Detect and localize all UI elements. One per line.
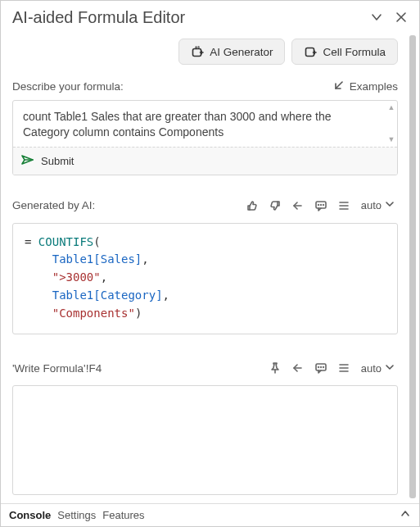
main-scrollbar[interactable] (406, 30, 419, 503)
top-actions: AI Generator Cell Formula (12, 39, 403, 65)
formula-editor-panel: AI-aided Formula Editor AI Generator (0, 0, 420, 527)
svg-line-10 (336, 82, 342, 89)
svg-point-16 (323, 204, 323, 205)
generated-header: Generated by AI: auto (12, 197, 403, 215)
submit-arrow-icon (21, 154, 34, 168)
footer-tabs: Console Settings Features (1, 503, 419, 526)
submit-label: Submit (41, 155, 74, 167)
titlebar: AI-aided Formula Editor (1, 1, 419, 30)
f-close: ) (135, 307, 142, 320)
chevron-down-icon (385, 199, 395, 211)
f-arg4: "Components" (52, 307, 135, 320)
describe-row: Describe your formula: Examples (12, 80, 403, 93)
describe-text: count Table1 Sales that are greater than… (23, 109, 387, 140)
svg-point-4 (198, 47, 199, 48)
footer-collapse-button[interactable] (400, 508, 411, 522)
tab-settings[interactable]: Settings (57, 509, 96, 521)
target-format-button[interactable] (335, 359, 353, 377)
tab-features[interactable]: Features (102, 509, 144, 521)
describe-box: count Table1 Sales that are greater than… (12, 100, 398, 175)
svg-point-14 (318, 204, 318, 205)
f-c3: , (163, 288, 169, 302)
describe-label: Describe your formula: (12, 80, 333, 93)
add-ai-icon (191, 45, 204, 58)
tab-console[interactable]: Console (9, 509, 51, 521)
thumbs-down-button[interactable] (266, 197, 284, 215)
target-header: 'Write Formula'!F4 auto (12, 359, 403, 377)
chevron-down-icon (385, 362, 395, 375)
close-button[interactable] (391, 7, 411, 27)
f-arg2: ">3000" (52, 270, 101, 284)
panel-body: AI Generator Cell Formula Describe your … (1, 30, 419, 503)
target-formula-input[interactable] (12, 385, 398, 495)
ai-generator-button[interactable]: AI Generator (178, 39, 285, 65)
svg-point-25 (323, 367, 323, 368)
undo-button[interactable] (289, 197, 307, 215)
target-undo-button[interactable] (289, 359, 307, 377)
comment-button[interactable] (312, 197, 330, 215)
add-cell-icon (304, 45, 317, 58)
generated-lang-select[interactable]: auto (358, 199, 398, 211)
thumbs-up-button[interactable] (243, 197, 261, 215)
generated-code[interactable]: = COUNTIFS( Table1[Sales], ">3000", Tabl… (12, 223, 398, 334)
f-c1: , (142, 252, 148, 266)
target-label: 'Write Formula'!F4 (12, 362, 261, 375)
scrollbar-thumb[interactable] (409, 35, 416, 498)
format-button[interactable] (335, 197, 353, 215)
generated-lang-label: auto (361, 199, 382, 211)
f-open: ( (93, 235, 100, 248)
describe-input[interactable]: count Table1 Sales that are greater than… (13, 101, 397, 147)
cell-formula-button[interactable]: Cell Formula (291, 39, 398, 65)
target-comment-button[interactable] (312, 359, 330, 377)
f-eq: = (25, 235, 38, 248)
f-arg3: Table1[Category] (52, 288, 163, 302)
svg-point-15 (320, 204, 321, 205)
cell-formula-label: Cell Formula (323, 46, 386, 58)
main-content: AI Generator Cell Formula Describe your … (1, 30, 406, 503)
scroll-down-icon: ▼ (387, 136, 395, 143)
svg-point-24 (320, 367, 321, 368)
describe-mini-scrollbar[interactable]: ▲ ▼ (387, 104, 395, 143)
f-arg1: Table1[Sales] (52, 252, 142, 266)
target-lang-select[interactable]: auto (358, 362, 398, 375)
svg-point-23 (318, 367, 318, 368)
examples-label: Examples (350, 80, 398, 93)
submit-button[interactable]: Submit (13, 147, 397, 175)
examples-arrow-icon (333, 80, 345, 93)
target-lang-label: auto (361, 362, 382, 375)
examples-link[interactable]: Examples (333, 80, 398, 93)
minimize-button[interactable] (367, 7, 386, 27)
f-c2: , (101, 270, 107, 284)
pin-button[interactable] (266, 359, 284, 377)
scroll-up-icon: ▲ (387, 104, 395, 111)
generated-label: Generated by AI: (12, 199, 238, 211)
panel-title: AI-aided Formula Editor (12, 8, 362, 27)
f-fn: COUNTIFS (38, 235, 93, 248)
ai-generator-label: AI Generator (210, 46, 273, 58)
